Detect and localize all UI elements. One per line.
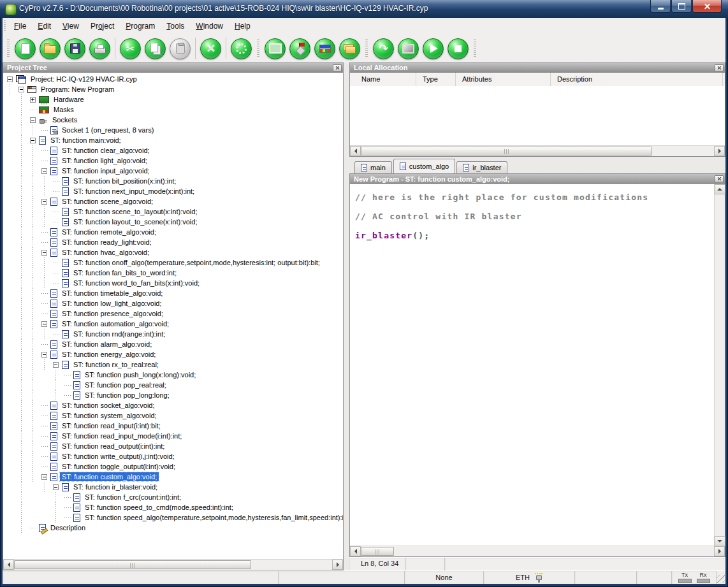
tab-ir_blaster[interactable]: ir_blaster xyxy=(456,161,507,173)
tree-item[interactable]: ST: function speed_algo(temperature,setp… xyxy=(3,512,343,523)
allocation-horizontal-scrollbar[interactable] xyxy=(350,145,725,156)
collapse-box-icon[interactable] xyxy=(7,76,13,82)
tree-item[interactable]: ST: function onoff_algo(temperature,setp… xyxy=(3,257,343,268)
masks-button[interactable] xyxy=(314,38,335,59)
tree-item[interactable]: ST: function push_long(x:long):void; xyxy=(3,370,343,380)
column-header-attributes[interactable]: Attributes xyxy=(456,73,551,86)
tree-item[interactable]: ST: function read_output(i:int):int; xyxy=(3,441,343,451)
minimize-button[interactable] xyxy=(650,0,671,13)
tree-item[interactable]: ST: function input_algo:void; xyxy=(3,166,343,176)
tree-item[interactable]: ST: function ir_blaster:void; xyxy=(3,482,343,492)
tree-item[interactable]: ST: function alarm_algo:void; xyxy=(3,339,343,349)
editor-horizontal-scrollbar[interactable] xyxy=(350,546,725,556)
tree-item[interactable]: ST: function word_to_fan_bits(x:int):voi… xyxy=(3,278,343,288)
tree-item[interactable]: ST: function rnd(range:int):int; xyxy=(3,329,343,339)
collapse-box-icon[interactable] xyxy=(41,474,47,480)
scroll-left-button[interactable] xyxy=(350,146,361,156)
menu-file[interactable]: File xyxy=(8,19,32,33)
tree-item[interactable]: ST: function socket_algo:void; xyxy=(3,400,343,410)
tree-item[interactable]: ST: function read_input(i:int):bit; xyxy=(3,421,343,431)
tree-item[interactable]: ST: function f_crc(count:int):int; xyxy=(3,492,343,502)
scrollbar-thumb[interactable] xyxy=(361,547,394,556)
menu-view[interactable]: View xyxy=(57,19,85,33)
menu-window[interactable]: Window xyxy=(190,19,229,33)
collapse-box-icon[interactable] xyxy=(41,250,47,256)
settings-button[interactable] xyxy=(231,38,252,59)
title-bar[interactable]: CyPro v2.7.6 - D:\Documents\00 Robotina\… xyxy=(0,0,728,18)
tree-item[interactable]: ST: function low_light_algo:void; xyxy=(3,298,343,308)
scroll-right-button[interactable] xyxy=(332,560,343,570)
editor-vertical-scrollbar[interactable] xyxy=(714,184,725,546)
run-button[interactable] xyxy=(423,38,444,59)
scroll-left-button[interactable] xyxy=(350,546,361,556)
tree-item[interactable]: Project: HC-IQ-v129 HVAC-IR.cyp xyxy=(3,74,343,84)
column-header-type[interactable]: Type xyxy=(416,73,456,86)
tree-item[interactable]: ST: function light_algo:void; xyxy=(3,156,343,166)
tree-item[interactable]: ST: function toggle_output(i:int):void; xyxy=(3,461,343,472)
tree-item[interactable]: ST: function pop_long:long; xyxy=(3,390,343,400)
collapse-box-icon[interactable] xyxy=(41,168,47,174)
tree-item[interactable]: ST: function main:void; xyxy=(3,135,343,145)
tree-item[interactable]: ST: function custom_algo:void; xyxy=(3,472,343,482)
tree-item[interactable]: ST: function presence_algo:void; xyxy=(3,308,343,319)
scroll-left-button[interactable] xyxy=(3,560,14,570)
editor-close-button[interactable] xyxy=(715,175,724,182)
tree-item[interactable]: Sockets xyxy=(3,115,343,125)
open-button[interactable] xyxy=(40,38,61,59)
print-button[interactable] xyxy=(89,38,110,59)
close-button[interactable] xyxy=(692,0,722,13)
tree-item[interactable]: ST: function speed_to_cmd(mode,speed:int… xyxy=(3,502,343,512)
tree-horizontal-scrollbar[interactable] xyxy=(3,559,343,570)
tree-item[interactable]: ST: function write_output(i,j:int):void; xyxy=(3,451,343,461)
menu-help[interactable]: Help xyxy=(229,19,256,33)
stop-button[interactable] xyxy=(448,38,469,59)
tree-item[interactable]: Program: New Program xyxy=(3,84,343,94)
collapse-box-icon[interactable] xyxy=(30,117,36,123)
tree-item[interactable]: Description xyxy=(3,523,343,533)
collapse-box-icon[interactable] xyxy=(53,362,59,368)
menu-tools[interactable]: Tools xyxy=(161,19,190,33)
cut-button[interactable] xyxy=(120,38,141,59)
collapse-box-icon[interactable] xyxy=(18,87,24,92)
collapse-box-icon[interactable] xyxy=(41,352,47,358)
tree-item[interactable]: ST: function automation_algo:void; xyxy=(3,319,343,329)
copy-button[interactable] xyxy=(145,38,166,59)
new-button[interactable] xyxy=(15,38,36,59)
tree-item[interactable]: ST: function remote_algo:void; xyxy=(3,227,343,237)
monitor-button[interactable] xyxy=(398,38,419,59)
tree-item[interactable]: Socket 1 (on_request, 8 vars) xyxy=(3,125,343,135)
tree-item[interactable]: ST: function hvac_algo:void; xyxy=(3,247,343,257)
menu-program[interactable]: Program xyxy=(120,19,161,33)
local-allocation-close-button[interactable] xyxy=(715,64,724,71)
scroll-right-button[interactable] xyxy=(714,146,725,156)
menu-edit[interactable]: Edit xyxy=(32,19,57,33)
resize-grip[interactable] xyxy=(717,575,725,583)
tree-item[interactable]: ST: function ready_light:void; xyxy=(3,237,343,247)
allocation-table-body[interactable] xyxy=(350,86,725,145)
tree-item[interactable]: ST: function pop_real:real; xyxy=(3,380,343,390)
tree-item[interactable]: ST: function scene_to_layout(x:int):void… xyxy=(3,207,343,217)
tree-item[interactable]: ST: function rx_to_real:real; xyxy=(3,359,343,370)
scroll-right-button[interactable] xyxy=(714,546,725,556)
tree-item[interactable]: ST: function timetable_algo:void; xyxy=(3,288,343,298)
maximize-button[interactable] xyxy=(671,0,692,13)
scrollbar-thumb[interactable] xyxy=(14,560,251,569)
tree-item[interactable]: ST: function layout_to_scene(x:int):void… xyxy=(3,217,343,227)
code-area[interactable]: // here is the right place for custom mo… xyxy=(350,184,714,546)
expand-box-icon[interactable] xyxy=(30,97,36,103)
tree-item[interactable]: ST: function system_algo:void; xyxy=(3,410,343,421)
collapse-box-icon[interactable] xyxy=(30,138,36,143)
tab-custom_algo[interactable]: custom_algo xyxy=(393,159,455,173)
menu-project[interactable]: Project xyxy=(85,19,120,33)
tree-item[interactable]: Masks xyxy=(3,105,343,115)
tree-item[interactable]: ST: function bit_position(x:int):int; xyxy=(3,176,343,186)
tab-main[interactable]: main xyxy=(354,161,392,173)
collapse-box-icon[interactable] xyxy=(41,321,47,327)
flag-button[interactable] xyxy=(289,38,310,59)
collapse-box-icon[interactable] xyxy=(41,199,47,205)
tree-item[interactable]: ST: function energy_algo:void; xyxy=(3,349,343,359)
column-header-name[interactable]: Name xyxy=(350,73,416,86)
project-tree-close-button[interactable] xyxy=(333,64,342,71)
files-button[interactable] xyxy=(339,38,360,59)
scroll-down-button[interactable] xyxy=(715,536,725,546)
